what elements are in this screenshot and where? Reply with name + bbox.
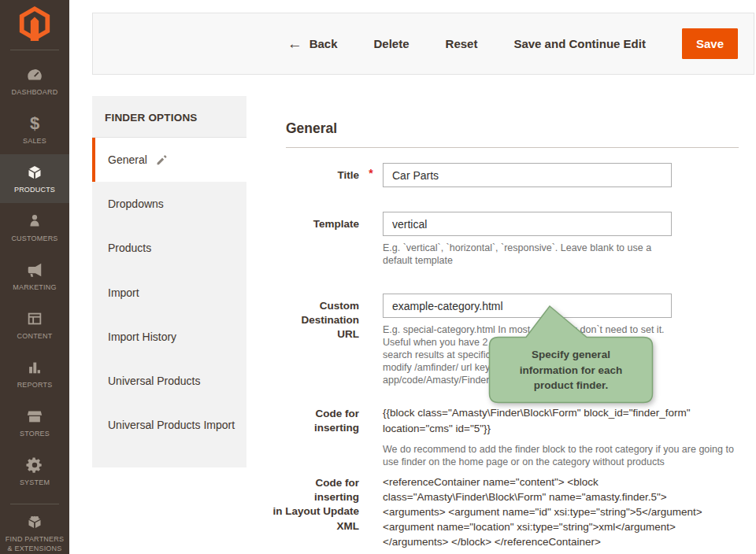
field-template: Template E.g. `vertical`, `horizontal`, … xyxy=(286,212,739,267)
sidebar-item-sales[interactable]: $ SALES xyxy=(0,105,69,154)
sidebar-item-dashboard[interactable]: DASHBOARD xyxy=(0,57,69,105)
code-for-inserting-value: {{block class="Amasty\Finder\Block\Form"… xyxy=(383,405,734,437)
sidebar-item-customers[interactable]: CUSTOMERS xyxy=(0,203,69,252)
sidebar-item-system[interactable]: SYSTEM xyxy=(0,447,69,496)
products-icon xyxy=(25,163,44,182)
section-divider xyxy=(286,147,739,148)
required-spacer xyxy=(359,212,383,267)
save-button[interactable]: Save xyxy=(682,28,738,59)
stores-icon xyxy=(25,407,44,426)
sidebar-item-marketing[interactable]: MARKETING xyxy=(0,252,69,301)
required-spacer xyxy=(359,475,383,549)
reports-icon xyxy=(25,358,44,377)
code-for-inserting-hint: We do recommend to add the finder block … xyxy=(383,443,734,468)
tab-label: General xyxy=(108,153,147,167)
field-code-layout-update-xml: Code for inserting in Layout Update XML … xyxy=(286,475,739,549)
save-and-continue-button[interactable]: Save and Continue Edit xyxy=(513,37,646,50)
code-layout-update-xml-value: <referenceContainer name="content"> <blo… xyxy=(383,475,702,549)
title-input[interactable] xyxy=(383,163,672,187)
custom-destination-url-label: Custom Destination URL xyxy=(268,294,359,386)
template-input[interactable] xyxy=(383,212,672,236)
sidebar-item-stores[interactable]: STORES xyxy=(0,398,69,447)
template-label: Template xyxy=(268,212,359,267)
tab-dropdowns[interactable]: Dropdowns xyxy=(92,182,246,226)
tab-products[interactable]: Products xyxy=(92,226,246,270)
required-asterisk: * xyxy=(359,163,383,187)
tab-label: Import xyxy=(108,286,139,300)
sidebar-item-reports[interactable]: REPORTS xyxy=(0,349,69,398)
dashboard-icon xyxy=(25,65,44,84)
template-hint: E.g. `vertical`, `horizontal`, `responsi… xyxy=(383,242,672,267)
general-info-tooltip: Specify general information for each pro… xyxy=(488,304,654,404)
magento-logo-icon[interactable] xyxy=(17,6,53,42)
tab-label: Dropdowns xyxy=(108,197,164,211)
tab-label: Products xyxy=(108,241,151,255)
finder-options-panel: FINDER OPTIONS General Dropdowns Product… xyxy=(92,96,246,467)
content-icon xyxy=(25,309,44,328)
tab-general[interactable]: General xyxy=(92,138,246,182)
sidebar-divider xyxy=(10,50,59,50)
page-actions-toolbar: ← Back Delete Reset Save and Continue Ed… xyxy=(92,13,754,75)
tab-label: Universal Products xyxy=(108,374,201,388)
panel-title: FINDER OPTIONS xyxy=(92,96,246,138)
marketing-icon xyxy=(25,260,44,279)
back-button-label: Back xyxy=(309,37,338,50)
customers-icon xyxy=(25,212,44,231)
title-label: Title xyxy=(268,163,359,187)
reset-button[interactable]: Reset xyxy=(446,37,478,50)
tab-import[interactable]: Import xyxy=(92,271,246,315)
sidebar-nav: DASHBOARD $ SALES PRODUCTS CUSTOMERS MAR… xyxy=(0,57,69,496)
tab-universal-products-import[interactable]: Universal Products Import xyxy=(92,403,246,447)
tab-label: Universal Products Import xyxy=(108,418,235,432)
edit-pencil-icon xyxy=(156,154,168,166)
extensions-brick-icon xyxy=(25,512,44,531)
sidebar-item-products[interactable]: PRODUCTS xyxy=(0,154,69,203)
system-gear-icon xyxy=(25,456,44,475)
section-heading: General xyxy=(286,120,739,137)
required-spacer xyxy=(359,294,383,386)
code-layout-update-xml-label: Code for inserting in Layout Update XML xyxy=(268,475,359,549)
tab-import-history[interactable]: Import History xyxy=(92,315,246,359)
tooltip-text: Specify general information for each pro… xyxy=(488,347,654,393)
sidebar-divider xyxy=(10,504,59,504)
delete-button[interactable]: Delete xyxy=(374,37,410,50)
sidebar-item-content[interactable]: CONTENT xyxy=(0,301,69,349)
tab-universal-products[interactable]: Universal Products xyxy=(92,359,246,403)
tab-label: Import History xyxy=(108,330,176,344)
field-code-for-inserting: Code for inserting {{block class="Amasty… xyxy=(286,405,739,468)
sidebar-item-find-partners-extensions[interactable]: FIND PARTNERS & EXTENSIONS xyxy=(0,508,69,554)
back-arrow-icon: ← xyxy=(287,36,302,51)
sales-icon: $ xyxy=(25,114,44,133)
required-spacer xyxy=(359,405,383,468)
field-title: Title * xyxy=(286,163,739,187)
back-button[interactable]: ← Back xyxy=(287,36,338,51)
admin-sidebar: DASHBOARD $ SALES PRODUCTS CUSTOMERS MAR… xyxy=(0,0,69,554)
code-for-inserting-label: Code for inserting xyxy=(268,405,359,468)
